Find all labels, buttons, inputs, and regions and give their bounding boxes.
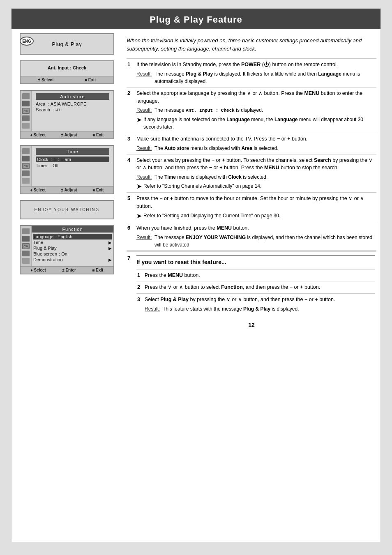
func-time: Time ▶ xyxy=(33,240,112,245)
time-footer: ♦ Select ± Adjust ■ Exit xyxy=(21,186,113,193)
sub-step-num-1: 1 xyxy=(136,269,144,281)
result-label-2: Result: xyxy=(136,106,154,114)
list-icon-1 xyxy=(22,101,30,106)
plug-play-screen: Plug & Play xyxy=(20,33,114,55)
enjoy-screen: ENJOY YOUR WATCHING xyxy=(20,200,114,219)
left-column: Plug & Play Ant. Input : Check ± Select … xyxy=(16,33,122,332)
note-5: ➤ Refer to "Setting and Displaying the C… xyxy=(136,212,375,220)
time-screen: CH Time Clock : -- : -- am Timer xyxy=(20,145,114,194)
tv-icon-1 xyxy=(22,93,30,99)
result-text-7-3: This feature starts with the message Plu… xyxy=(163,305,299,313)
intro-text: When the television is initially powered… xyxy=(127,33,376,53)
clock-row: Clock : -- : -- am xyxy=(36,157,109,162)
function-footer: ♦ Select ± Enter ■ Exit xyxy=(21,266,113,274)
note-4: ➤ Refer to "Storing Channels Automatical… xyxy=(136,182,375,190)
table-row: 7 If you want to reset this feature... 1… xyxy=(127,251,376,317)
table-row: 1 If the television is in Standby mode, … xyxy=(127,59,376,88)
table-row: 5 Press the − or + button to move to the… xyxy=(127,193,376,222)
steps-table: 1 If the television is in Standby mode, … xyxy=(127,58,376,317)
step-content-5: Press the − or + button to move to the h… xyxy=(136,193,376,222)
result-text-3: The Auto store menu is displayed with Ar… xyxy=(154,145,278,152)
area-row: Area : ASIA W/EUROPE xyxy=(36,101,109,106)
result-label-1: Result: xyxy=(136,70,154,78)
step-num-4: 4 xyxy=(127,154,136,193)
list-icon-3 xyxy=(22,236,30,242)
step-content-6: When you have finished, press the MENU b… xyxy=(136,222,376,251)
tv-icon-3 xyxy=(22,228,30,234)
step-num-2: 2 xyxy=(127,87,136,133)
time-title: Time xyxy=(36,148,109,155)
ant-input-title: Ant. Input : Check xyxy=(25,64,109,74)
func-bluescreen: Blue screen : On xyxy=(33,251,112,257)
step-content-1: If the television is in Standby mode, pr… xyxy=(136,59,376,88)
sub-step-content-1: Press the MENU button. xyxy=(144,269,375,281)
step-content-4: Select your area by pressing the − or + … xyxy=(136,154,376,193)
table-row: 1 Press the MENU button. xyxy=(136,269,375,281)
step-num-3: 3 xyxy=(127,133,136,154)
content-area: Plug & Play Ant. Input : Check ± Select … xyxy=(12,29,380,336)
auto-store-footer: ♦ Select ± Adjust ■ Exit xyxy=(21,131,113,138)
table-row: 4 Select your area by pressing the − or … xyxy=(127,154,376,193)
step-num-7: 7 xyxy=(127,251,136,317)
page-number: 12 xyxy=(127,317,376,332)
function-screen: CH Function Language : English Tim xyxy=(20,225,114,274)
result-label-6: Result: xyxy=(136,234,154,241)
tv-icon-2 xyxy=(22,148,30,154)
table-row: 2 Press the ∨ or ∧ button to select Func… xyxy=(136,281,375,294)
result-text-6: The message ENJOY YOUR WATCHING is displ… xyxy=(154,234,375,249)
sub-step-num-2: 2 xyxy=(136,281,144,294)
side-icons-auto: CH xyxy=(21,91,32,131)
ch-icon-3: CH xyxy=(22,243,30,249)
step-content-7: If you want to reset this feature... 1 P… xyxy=(136,251,376,317)
table-row: 6 When you have finished, press the MENU… xyxy=(127,222,376,251)
func-language: Language : English xyxy=(33,234,112,240)
ch-icon-1: CH xyxy=(22,108,30,114)
step-num-6: 6 xyxy=(127,222,136,251)
func-plugplay: Plug & Play ▶ xyxy=(33,245,112,251)
step-content-2: Select the appropriate language by press… xyxy=(136,87,376,133)
grid-icon-2 xyxy=(22,170,30,176)
substeps-table: 1 Press the MENU button. 2 Press the ∨ o… xyxy=(136,269,375,315)
function-title: Function xyxy=(32,226,113,233)
square-icon-3 xyxy=(22,258,30,264)
ant-input-footer: ± Select ■ Exit xyxy=(21,76,113,83)
result-label-3: Result: xyxy=(136,145,154,152)
grid-icon-1 xyxy=(22,115,30,121)
enjoy-label: ENJOY YOUR WATCHING xyxy=(35,207,100,212)
result-text-1: The message Plug & Play is displayed. It… xyxy=(154,70,375,85)
square-icon-1 xyxy=(22,123,30,129)
result-label-4: Result: xyxy=(136,173,154,181)
square-icon-2 xyxy=(22,178,30,184)
plug-play-label: Plug & Play xyxy=(52,41,82,47)
result-text-2: The message Ant. Input : Check is displa… xyxy=(154,106,263,114)
table-row: 2 Select the appropriate language by pre… xyxy=(127,87,376,133)
result-label-7-3: Result: xyxy=(145,305,163,313)
func-demo: Demonstration ▶ xyxy=(33,257,112,263)
side-icons-func: CH xyxy=(21,226,32,266)
timer-row: Timer : Off xyxy=(36,163,109,168)
page-title: Plug & Play Feature xyxy=(12,9,380,29)
table-row: 3 Select Plug & Play by pressing the ∨ o… xyxy=(136,294,375,315)
step-num-1: 1 xyxy=(127,59,136,88)
list-icon-2 xyxy=(22,156,30,161)
step-num-5: 5 xyxy=(127,193,136,222)
note-2: ➤ If any language is not selected on the… xyxy=(136,116,375,131)
auto-store-screen: CH Auto store Area : ASIA W/EUROPE xyxy=(20,90,114,139)
sub-step-content-3: Select Plug & Play by pressing the ∨ or … xyxy=(144,294,375,315)
reset-heading: If you want to reset this feature... xyxy=(136,255,375,267)
right-column: When the television is initially powered… xyxy=(122,33,376,332)
grid-icon-3 xyxy=(22,251,30,256)
eng-badge: ENG xyxy=(20,37,34,46)
ant-input-screen: Ant. Input : Check ± Select ■ Exit xyxy=(20,60,114,84)
table-row: 3 Make sure that the antenna is connecte… xyxy=(127,133,376,154)
result-text-4: The Time menu is displayed with Clock is… xyxy=(154,173,267,181)
search-row: Search : -/+ xyxy=(36,107,109,112)
ch-icon-2: CH xyxy=(22,163,30,169)
auto-store-title: Auto store xyxy=(36,93,109,100)
sub-step-content-2: Press the ∨ or ∧ button to select Functi… xyxy=(144,281,375,294)
sub-step-num-3: 3 xyxy=(136,294,144,315)
page: Plug & Play Feature ENG Plug & Play Ant.… xyxy=(11,8,381,542)
side-icons-time: CH xyxy=(21,146,32,186)
step-content-3: Make sure that the antenna is connected … xyxy=(136,133,376,154)
